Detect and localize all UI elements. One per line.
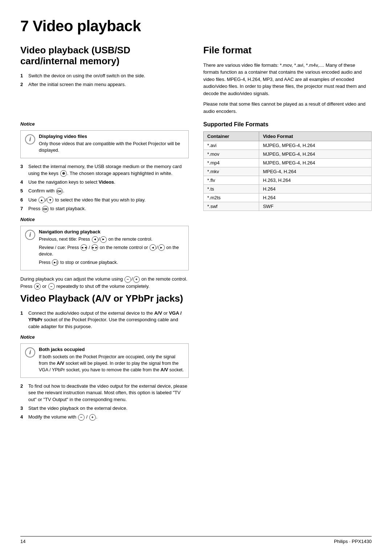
page-footer: 14 Philips · PPX1430 [20,536,372,544]
step-1-text: Switch the device on using the on/off sw… [28,73,145,79]
step-5: 5 Confirm with OK. [20,188,189,195]
notice3-box: i Both jacks occupied If both sockets on… [20,343,189,378]
ypbpr-step-4-text: Modify the volume with − / +. [28,414,97,421]
step-2-num: 2 [20,81,26,88]
table-row: *.flvH.263, H.264 [204,176,372,185]
table-row: *.tsH.264 [204,185,372,193]
right-arrow-icon: ► [100,236,107,243]
table-cell-container: *.ts [204,185,259,193]
ypbpr-step-1-text: Connect the audio/video output of the ex… [28,310,189,330]
page: 7 Video playback Video playback (USB/SD … [0,0,392,555]
vol-minus-icon: − [78,414,85,421]
step-2-text: After the initial screen the main menu a… [28,81,126,88]
ypbpr-step-4-num: 4 [20,414,26,421]
notice3-icon: i [25,347,35,358]
notice3-content: Both jacks occupied If both sockets on t… [39,347,184,375]
table-cell-format: MJPEG, MPEG-4, H.264 [259,150,372,159]
table-cell-format: SWF [259,202,372,211]
step-6-num: 6 [20,197,26,204]
ypbpr-steps-1: 1 Connect the audio/video output of the … [20,310,189,330]
file-format-intro1: There are various video file formats: *.… [203,62,372,97]
notice1-title: Displaying video files [39,134,184,139]
ypbpr-steps-2-4: 2 To find out how to deactivate the vide… [20,383,189,420]
notice2-line1: Previous, next title: Press ◄/► on the r… [39,236,184,243]
step-3-text: Select the internal memory, the USB stor… [28,163,189,177]
notice1-box: i Displaying video files Only those vide… [20,130,189,158]
step-2: 2 After the initial screen the main menu… [20,81,189,88]
notice2-box: i Navigation during playback Previous, n… [20,226,189,270]
step-4: 4 Use the navigation keys to select Vide… [20,179,189,185]
ypbpr-section-title: Video Playback (A/V or YPbPr jacks) [20,293,189,304]
step-1-num: 1 [20,73,26,79]
step-4-num: 4 [20,179,26,185]
right-column: File format There are various video file… [203,45,372,425]
minus-icon: − [124,276,131,283]
rewind-icon: ◄◄ [81,244,87,251]
ypbpr-step-3-text: Start the video playback on the external… [28,405,127,412]
step-7-num: 7 [20,205,26,212]
table-cell-format: MJPEG, MPEG-4, H.264 [259,159,372,167]
notice2-content: Navigation during playback Previous, nex… [39,229,184,267]
stop-icon: ►| [52,259,58,266]
bottom-text: During playback you can adjust the volum… [20,276,189,290]
keys-icon: ⊕ [60,170,67,177]
left-arrow-icon: ◄ [92,236,98,243]
vol-plus-icon: + [89,414,96,421]
table-cell-container: *.avi [204,141,259,150]
supported-formats-title: Supported File Formats [203,121,372,128]
notice2-title: Navigation during playback [39,229,184,234]
table-row: *.movMJPEG, MPEG-4, H.264 [204,150,372,159]
step-5-num: 5 [20,188,26,195]
table-row: *.mp4MJPEG, MPEG-4, H.264 [204,159,372,167]
file-format-table: Container Video Format *.aviMJPEG, MPEG-… [203,131,372,211]
table-cell-container: *.mov [204,150,259,159]
file-format-title: File format [203,45,372,56]
left-column: Video playback (USB/SD card/internal mem… [20,45,189,425]
ypbpr-step-1-num: 1 [20,310,26,330]
notice3-text: If both sockets on the Pocket Projector … [39,354,184,373]
ok-icon: OK [56,188,63,195]
footer-brand: Philips · PPX1430 [334,539,372,544]
file-format-intro2: Please note that some files cannot be pl… [203,101,372,115]
ypbpr-step-3-num: 3 [20,405,26,412]
step-1: 1 Switch the device on using the on/off … [20,73,189,79]
table-cell-format: H.264 [259,185,372,193]
table-row: *.swfSWF [204,202,372,211]
nav-left-icon: ◄ [150,244,156,251]
notice3-title: Both jacks occupied [39,347,184,352]
step-7: 7 Press OK to start playback. [20,205,189,212]
up-arrow-icon: ▲ [38,197,45,203]
steps-3-7: 3 Select the internal memory, the USB st… [20,163,189,212]
table-header-video-format: Video Format [259,132,372,141]
notice2-label: Notice [20,217,189,222]
ypbpr-step-2-text: To find out how to deactivate the video … [28,383,189,403]
nav-right-icon: ► [158,244,165,251]
table-cell-container: *.mkv [204,167,259,176]
ypbpr-step-2-num: 2 [20,383,26,403]
step-3-num: 3 [20,163,26,177]
notice1-icon: i [25,134,35,144]
steps-1-2: 1 Switch the device on using the on/off … [20,73,189,88]
table-cell-container: *.mp4 [204,159,259,167]
step-5-text: Confirm with OK. [28,188,64,195]
notice2-line2: Review / cue: Press ◄◄ / ►► on the remot… [39,244,184,258]
table-cell-format: H.264 [259,193,372,202]
notice1-content: Displaying video files Only those videos… [39,134,184,155]
notice2-line3: Press ►| to stop or continue playback. [39,259,184,266]
table-header-container: Container [204,132,259,141]
step-4-text: Use the navigation keys to select Videos… [28,179,115,185]
table-cell-format: MJPEG, MPEG-4, H.264 [259,141,372,150]
footer-page-number: 14 [20,539,25,544]
notice2-icon: i [25,230,35,240]
step-6: 6 Use ▲/▼ to select the video file that … [20,197,189,204]
notice3-label: Notice [20,334,189,340]
play-icon: OK [42,206,49,212]
table-cell-container: *.swf [204,202,259,211]
plus-icon: + [133,276,140,283]
table-cell-format: H.263, H.264 [259,176,372,185]
table-cell-format: MPEG-4, H.264 [259,167,372,176]
ypbpr-step-2: 2 To find out how to deactivate the vide… [20,383,189,403]
table-cell-container: *.m2ts [204,193,259,202]
ypbpr-step-3: 3 Start the video playback on the extern… [20,405,189,412]
notice1-text: Only those videos that are compatible wi… [39,140,184,154]
